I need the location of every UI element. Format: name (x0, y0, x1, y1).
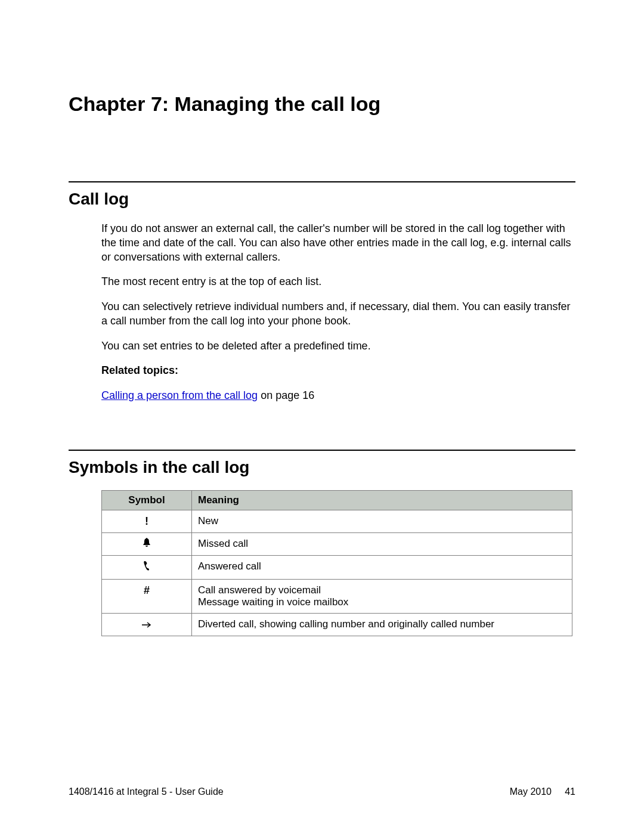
col-header-meaning: Meaning (192, 490, 572, 510)
arrow-right-icon (141, 619, 152, 630)
related-topic-line: Calling a person from the call log on pa… (101, 389, 575, 403)
meaning-cell: Missed call (192, 532, 572, 555)
related-topics-label: Related topics: (101, 364, 575, 378)
chapter-title: Chapter 7: Managing the call log (69, 92, 575, 116)
footer-left: 1408/1416 at Integral 5 - User Guide (69, 786, 224, 797)
footer-right: May 2010 41 (510, 786, 575, 797)
paragraph: The most recent entry is at the top of e… (101, 275, 575, 289)
related-topic-link[interactable]: Calling a person from the call log (101, 389, 258, 401)
exclamation-icon: ! (145, 516, 148, 527)
section-title-symbols: Symbols in the call log (69, 458, 575, 477)
table-row: Answered call (102, 555, 572, 579)
table-row: Diverted call, showing calling number an… (102, 613, 572, 636)
symbol-cell (102, 613, 192, 636)
meaning-cell: Diverted call, showing calling number an… (192, 613, 572, 636)
table-header-row: Symbol Meaning (102, 490, 572, 510)
paragraph: You can set entries to be deleted after … (101, 339, 575, 354)
meaning-cell: Call answered by voicemailMessage waitin… (192, 579, 572, 613)
col-header-symbol: Symbol (102, 490, 192, 510)
paragraph: If you do not answer an external call, t… (101, 222, 575, 264)
symbol-cell (102, 555, 192, 579)
symbol-cell (102, 532, 192, 555)
symbols-table: Symbol Meaning !NewMissed callAnswered c… (101, 490, 572, 636)
calllog-body: If you do not answer an external call, t… (101, 222, 575, 403)
meaning-cell: New (192, 510, 572, 532)
table-row: Missed call (102, 532, 572, 555)
bell-icon (143, 538, 151, 549)
section-rule (69, 181, 575, 182)
hash-icon: # (144, 585, 150, 596)
symbol-cell: # (102, 579, 192, 613)
section-rule (69, 450, 575, 451)
page-footer: 1408/1416 at Integral 5 - User Guide May… (69, 786, 575, 797)
handset-icon (143, 561, 150, 573)
meaning-cell: Answered call (192, 555, 572, 579)
table-row: #Call answered by voicemailMessage waiti… (102, 579, 572, 613)
paragraph: You can selectively retrieve individual … (101, 300, 575, 329)
related-topic-tail: on page 16 (258, 389, 314, 401)
symbol-cell: ! (102, 510, 192, 532)
section-title-calllog: Call log (69, 190, 575, 209)
page: Chapter 7: Managing the call log Call lo… (0, 0, 644, 636)
table-row: !New (102, 510, 572, 532)
